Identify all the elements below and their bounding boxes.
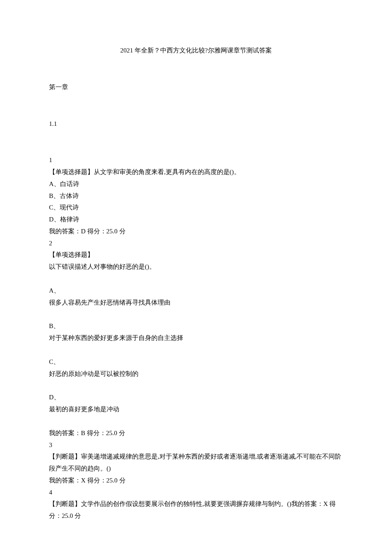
q1-stem: 【单项选择题】从文学和审美的角度来看,更具有内在的高度的是()。 [49, 166, 343, 178]
q1-number: 1 [49, 154, 343, 166]
chapter-label: 第一章 [49, 84, 68, 90]
q2-option-d-label: D、 [49, 392, 343, 404]
q2-option-d-text: 最初的喜好更多地是冲动 [49, 404, 343, 416]
q1-option-a: A、白话诗 [49, 178, 343, 190]
q4-stem: 【判断题】文学作品的创作假设想要展示创作的独特性,就要更强调摒弃规律与制约。()… [49, 498, 343, 522]
q2-type: 【单项选择题】 [49, 249, 343, 261]
q1-option-b: B、古体诗 [49, 190, 343, 202]
chapter-heading: 第一章 [49, 81, 343, 93]
q2-option-b-text: 对于某种东西的爱好更多来源于自身的自主选择 [49, 332, 343, 344]
q2-stem: 以下错误描述人对事物的好恶的是()。 [49, 261, 343, 273]
q3-stem: 【判断题】审美递增递减规律的意思是,对于某种东西的爱好或者逐渐递增,或者逐渐递减… [49, 451, 343, 475]
q2-option-a-text: 很多人容易先产生好恶情绪再寻找具体理由 [49, 297, 343, 309]
q1-option-d: D、格律诗 [49, 214, 343, 226]
q2-option-c-text: 好恶的原始冲动是可以被控制的 [49, 368, 343, 380]
question-1: 1 【单项选择题】从文学和审美的角度来看,更具有内在的高度的是()。 A、白话诗… [49, 154, 343, 237]
q4-number: 4 [49, 487, 343, 499]
q2-option-b-label: B、 [49, 320, 343, 332]
question-3: 3 【判断题】审美递增递减规律的意思是,对于某种东西的爱好或者逐渐递增,或者逐渐… [49, 439, 343, 487]
title-text: 2021 年全新？中西方文化比较?尔雅网课章节测试答案 [120, 47, 271, 54]
subsection-label: 1.1 [49, 120, 57, 127]
document-title: 2021 年全新？中西方文化比较?尔雅网课章节测试答案 [49, 45, 343, 57]
q1-answer: 我的答案：D 得分：25.0 分 [49, 226, 343, 238]
q2-option-c-label: C、 [49, 356, 343, 368]
question-2: 2 【单项选择题】 以下错误描述人对事物的好恶的是()。 A、 很多人容易先产生… [49, 238, 343, 439]
subsection-heading: 1.1 [49, 118, 343, 130]
question-4: 4 【判断题】文学作品的创作假设想要展示创作的独特性,就要更强调摒弃规律与制约。… [49, 487, 343, 522]
q2-option-a-label: A、 [49, 285, 343, 297]
q3-answer: 我的答案：X 得分：25.0 分 [49, 475, 343, 487]
q1-option-c: C、现代诗 [49, 202, 343, 214]
q2-number: 2 [49, 238, 343, 250]
q3-number: 3 [49, 439, 343, 451]
q2-answer: 我的答案：B 得分：25.0 分 [49, 427, 343, 439]
